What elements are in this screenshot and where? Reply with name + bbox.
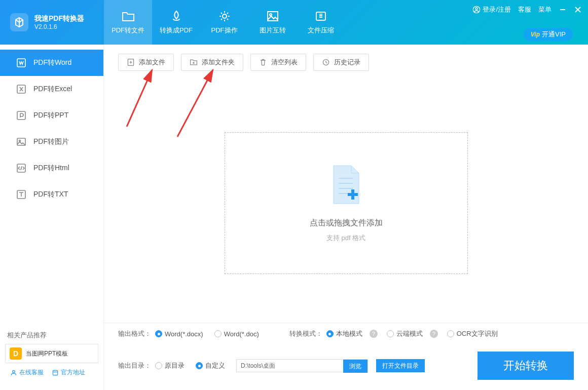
recommend-title: 相关产品推荐 (5, 331, 98, 340)
svg-point-0 (223, 14, 227, 18)
sidebar-item-label: PDF转Html (33, 164, 69, 173)
svg-rect-17 (53, 370, 57, 375)
mode-label: 转换模式： (289, 329, 322, 338)
app-header: 我速PDF转换器 V2.0.1.6 PDF转文件 转换成PDF PDF操作 图片… (0, 0, 588, 45)
sidebar-item-pdf-excel[interactable]: PDF转Excel (0, 76, 103, 102)
minimize-button[interactable] (559, 6, 567, 14)
format-label: 输出格式： (118, 329, 151, 338)
template-icon: D (10, 347, 22, 360)
sidebar-item-label: PDF转TXT (33, 190, 68, 199)
nav-tab-compress[interactable]: 文件压缩 (297, 0, 345, 45)
sidebar: PDF转Word PDF转Excel PDF转PPT PDF转图片 PDF转Ht… (0, 45, 104, 390)
add-file-button[interactable]: 添加文件 (118, 54, 174, 71)
output-path-input[interactable] (237, 360, 343, 372)
nav-tab-image[interactable]: 图片互转 (248, 0, 297, 45)
home-icon (52, 369, 59, 376)
dropzone-title: 点击或拖拽文件添加 (310, 218, 383, 228)
user-icon (472, 6, 481, 14)
svg-rect-11 (17, 111, 25, 120)
svg-point-5 (475, 8, 477, 10)
help-icon[interactable]: ? (430, 330, 438, 338)
output-dir-row: 输出目录： 原目录 自定义 浏览 打开文件目录 开始转换 (104, 344, 588, 390)
word-icon (16, 58, 26, 68)
nav-tab-label: PDF操作 (211, 26, 238, 35)
nav-tab-pdf-to-file[interactable]: PDF转文件 (104, 0, 152, 45)
nav-tab-label: 转换成PDF (160, 26, 193, 35)
header-right: 登录/注册 客服 菜单 (472, 5, 582, 14)
sidebar-item-pdf-word[interactable]: PDF转Word (0, 50, 103, 76)
trash-icon (259, 58, 267, 66)
sidebar-item-pdf-ppt[interactable]: PDF转PPT (0, 102, 103, 129)
gear-icon (218, 10, 231, 23)
format-doc-radio[interactable]: Word(*.doc) (214, 330, 259, 338)
nav-tab-to-pdf[interactable]: 转换成PDF (152, 0, 200, 45)
sidebar-item-label: PDF转图片 (33, 137, 69, 146)
svg-point-16 (13, 370, 15, 373)
add-folder-icon (190, 58, 198, 66)
folder-icon (122, 10, 135, 23)
open-folder-button[interactable]: 打开文件目录 (376, 359, 425, 372)
start-convert-button[interactable]: 开始转换 (477, 352, 574, 380)
app-version: V2.0.1.6 (34, 23, 84, 30)
output-path-field: 浏览 (236, 359, 368, 372)
login-link[interactable]: 登录/注册 (472, 5, 511, 14)
support-link[interactable]: 客服 (518, 5, 531, 14)
image-icon (266, 10, 279, 23)
add-file-icon (127, 58, 135, 66)
sidebar-item-pdf-image[interactable]: PDF转图片 (0, 129, 103, 155)
history-icon (322, 58, 330, 66)
format-docx-radio[interactable]: Word(*.docx) (155, 330, 203, 338)
output-format-row: 输出格式： Word(*.docx) Word(*.doc) 转换模式： 本地模… (104, 323, 588, 344)
menu-link[interactable]: 菜单 (538, 5, 552, 14)
online-support-link[interactable]: 在线客服 (10, 368, 44, 377)
zip-icon (314, 10, 327, 23)
nav-tab-label: PDF转文件 (112, 26, 144, 35)
nav-tabs: PDF转文件 转换成PDF PDF操作 图片互转 文件压缩 (104, 0, 345, 45)
recommend-item[interactable]: D 当图网PPT模板 (5, 344, 98, 363)
browse-button[interactable]: 浏览 (343, 360, 368, 373)
file-add-icon (328, 163, 364, 209)
help-icon[interactable]: ? (370, 330, 378, 338)
vip-button[interactable]: Vip 开通VIP (524, 28, 573, 41)
clear-list-button[interactable]: 清空列表 (250, 54, 306, 71)
mode-cloud-radio[interactable]: 云端模式 (387, 329, 423, 338)
ppt-icon (16, 110, 26, 121)
nav-tab-label: 图片互转 (260, 26, 286, 35)
excel-icon (16, 84, 26, 94)
close-button[interactable] (574, 6, 582, 14)
custom-dir-radio[interactable]: 自定义 (196, 361, 225, 370)
sidebar-item-label: PDF转Excel (33, 85, 72, 94)
orig-dir-radio[interactable]: 原目录 (155, 361, 185, 370)
sidebar-item-label: PDF转PPT (33, 111, 68, 120)
dropzone-subtitle: 支持 pdf 格式 (326, 233, 365, 243)
vip-icon: Vip (531, 31, 540, 38)
output-dir-label: 输出目录： (118, 361, 151, 370)
svg-point-2 (270, 14, 272, 16)
pdf-icon (170, 10, 183, 23)
official-site-link[interactable]: 官方地址 (52, 368, 85, 377)
nav-tab-label: 文件压缩 (308, 26, 334, 35)
mode-local-radio[interactable]: 本地模式 (326, 329, 362, 338)
sidebar-item-pdf-html[interactable]: PDF转Html (0, 155, 103, 181)
nav-tab-pdf-ops[interactable]: PDF操作 (200, 0, 248, 45)
history-button[interactable]: 历史记录 (313, 54, 369, 71)
toolbar: 添加文件 添加文件夹 清空列表 历史记录 (104, 45, 588, 78)
app-logo-icon (10, 13, 28, 31)
dropzone[interactable]: 点击或拖拽文件添加 支持 pdf 格式 (225, 132, 468, 274)
headset-icon (10, 369, 17, 376)
svg-rect-1 (268, 12, 278, 21)
app-title: 我速PDF转换器 (34, 14, 84, 23)
main-panel: 添加文件 添加文件夹 清空列表 历史记录 点击或拖拽文件添加 支持 pdf (104, 45, 588, 390)
sidebar-item-label: PDF转Word (33, 58, 71, 67)
sidebar-item-pdf-txt[interactable]: PDF转TXT (0, 181, 103, 208)
logo-area: 我速PDF转换器 V2.0.1.6 (0, 13, 104, 31)
html-icon (16, 163, 26, 173)
mode-ocr-radio[interactable]: OCR文字识别 (447, 329, 498, 338)
image-icon (16, 137, 26, 147)
txt-icon (16, 189, 26, 200)
add-folder-button[interactable]: 添加文件夹 (181, 54, 243, 71)
